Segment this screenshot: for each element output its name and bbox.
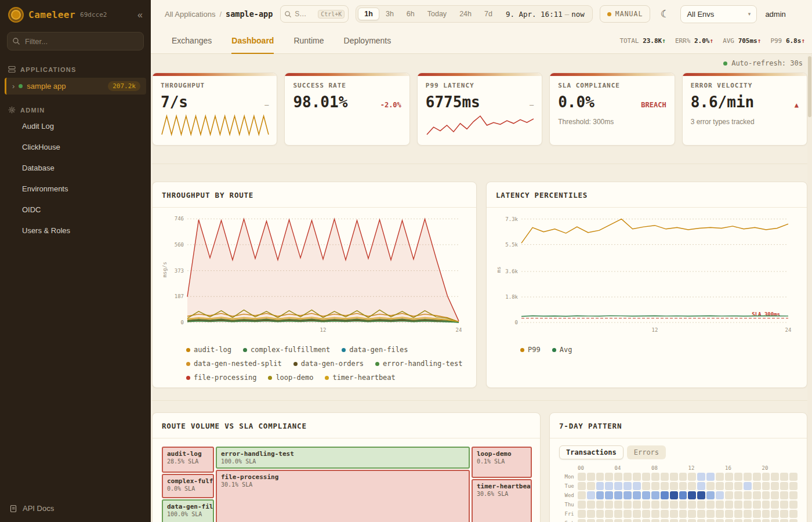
heat-cell bbox=[642, 482, 650, 490]
scrollbar-thumb[interactable] bbox=[808, 56, 811, 117]
sidebar-item-oidc[interactable]: OIDC bbox=[0, 201, 151, 219]
breadcrumb-root[interactable]: All Applications bbox=[165, 10, 215, 19]
time-range-24h[interactable]: 24h bbox=[453, 8, 478, 20]
heat-cell bbox=[670, 473, 678, 481]
treemap-cell-timer-heartbeat[interactable]: timer-heartbeat30.6% SLA bbox=[472, 479, 532, 522]
charts-row: THROUGHPUT BY ROUTE 01873735607461224msg… bbox=[152, 182, 807, 388]
day-label: Fri bbox=[559, 511, 577, 517]
hour-label bbox=[716, 465, 724, 471]
heat-cell bbox=[614, 473, 622, 481]
legend-item-file-processing[interactable]: file-processing bbox=[186, 374, 256, 382]
treemap-cell-audit-log[interactable]: audit-log28.5% SLA bbox=[162, 447, 214, 473]
heat-cell bbox=[605, 510, 613, 518]
heat-cell bbox=[753, 491, 761, 499]
heat-cell bbox=[789, 473, 798, 481]
heat-cell bbox=[679, 519, 687, 522]
time-range-1h[interactable]: 1h bbox=[358, 8, 379, 20]
kpi-value-row: 7/s– bbox=[161, 93, 269, 111]
heat-cell bbox=[642, 501, 650, 509]
heat-cell bbox=[716, 519, 724, 522]
manual-refresh-button[interactable]: MANUAL bbox=[600, 5, 651, 23]
legend-item-audit-log[interactable]: audit-log bbox=[186, 346, 231, 354]
toggle-transactions[interactable]: Transactions bbox=[559, 445, 624, 459]
dark-mode-toggle[interactable]: ☾ bbox=[656, 5, 673, 23]
heat-cell bbox=[596, 501, 604, 509]
legend-dot bbox=[325, 376, 329, 380]
legend-item-timer-heartbeat[interactable]: timer-heartbeat bbox=[325, 374, 395, 382]
date-range[interactable]: 9. Apr. 16:11–now bbox=[506, 10, 585, 19]
heat-cell bbox=[780, 482, 788, 490]
hour-label bbox=[734, 465, 742, 471]
heat-cell bbox=[789, 501, 798, 509]
tab-deployments[interactable]: Deployments bbox=[344, 28, 392, 53]
treemap-cell-name: data-gen-files bbox=[167, 503, 209, 510]
tab-dashboard[interactable]: Dashboard bbox=[231, 28, 274, 53]
legend-item-data-gen-orders[interactable]: data-gen-orders bbox=[293, 360, 364, 368]
heat-cell bbox=[753, 473, 761, 481]
search-icon bbox=[12, 37, 20, 45]
treemap-cell-file-processing[interactable]: file-processing30.1% SLA bbox=[216, 470, 470, 522]
legend-item-try-catch-test[interactable]: try-catch-test bbox=[186, 387, 252, 388]
time-range-3h[interactable]: 3h bbox=[379, 8, 400, 20]
date-range-start: 9. Apr. 16:11 bbox=[506, 10, 563, 19]
treemap-cell-error-handling-test[interactable]: error-handling-test100.0% SLA bbox=[216, 447, 470, 469]
applications-icon bbox=[8, 66, 16, 73]
summary-stats: TOTAL 23.8K↑ERR% 2.0%↑AVG 705ms↑P99 6.8s… bbox=[619, 37, 805, 45]
tab-exchanges[interactable]: Exchanges bbox=[172, 28, 212, 53]
gear-icon bbox=[8, 106, 16, 114]
heat-cell bbox=[679, 491, 687, 499]
heat-cell bbox=[744, 491, 752, 499]
sidebar-item-database[interactable]: Database bbox=[0, 160, 151, 177]
legend-item-loop-demo[interactable]: loop-demo bbox=[268, 374, 313, 382]
heat-cell bbox=[706, 491, 715, 499]
heat-cell bbox=[716, 510, 724, 518]
kpi-value: 0.0% bbox=[558, 93, 594, 111]
env-select[interactable]: All Envs ▾ bbox=[680, 5, 757, 23]
heat-cell bbox=[697, 482, 705, 490]
api-docs-link[interactable]: API Docs bbox=[0, 495, 151, 522]
heatmap-row: Tue bbox=[559, 482, 798, 490]
legend-item-p99[interactable]: P99 bbox=[520, 346, 541, 354]
kpi-delta: – bbox=[530, 101, 534, 109]
heat-cell bbox=[780, 519, 788, 522]
sidebar-item-clickhouse[interactable]: ClickHouse bbox=[0, 139, 151, 156]
search-box[interactable]: S… Ctrl+K bbox=[280, 5, 349, 23]
sidebar-item-sample-app[interactable]: › sample app 207.2k bbox=[5, 78, 146, 95]
scrollbar[interactable] bbox=[807, 55, 812, 522]
legend-label: data-gen-orders bbox=[301, 360, 364, 368]
legend-item-data-gen-files[interactable]: data-gen-files bbox=[342, 346, 408, 354]
user-name[interactable]: admin bbox=[765, 10, 785, 19]
legend-label: audit-log bbox=[194, 346, 231, 354]
sidebar-item-audit-log[interactable]: Audit Log bbox=[0, 118, 151, 135]
stat-value: 23.8K bbox=[643, 37, 662, 45]
app-name: Cameleer bbox=[28, 9, 75, 20]
toggle-errors[interactable]: Errors bbox=[627, 445, 666, 459]
tab-runtime[interactable]: Runtime bbox=[293, 28, 324, 53]
sidebar-item-users-roles[interactable]: Users & Roles bbox=[0, 222, 151, 240]
sidebar-item-environments[interactable]: Environments bbox=[0, 180, 151, 198]
hour-label: 04 bbox=[615, 465, 623, 471]
legend-item-avg[interactable]: Avg bbox=[552, 346, 572, 354]
heat-cell bbox=[670, 510, 678, 518]
sidebar-collapse-icon[interactable]: « bbox=[137, 10, 143, 20]
legend-item-complex-fulfillment[interactable]: complex-fulfillment bbox=[243, 346, 330, 354]
legend-item-data-gen-nested-split[interactable]: data-gen-nested-split bbox=[186, 360, 282, 368]
svg-text:560: 560 bbox=[175, 242, 184, 248]
hour-label bbox=[679, 465, 687, 471]
time-range-6h[interactable]: 6h bbox=[400, 8, 421, 20]
legend-dot bbox=[293, 362, 298, 366]
treemap-cell-name: audit-log bbox=[167, 450, 209, 458]
treemap-cell-data-gen-files[interactable]: data-gen-files100.0% SLA bbox=[162, 499, 214, 522]
filter-input[interactable] bbox=[7, 32, 144, 50]
treemap-cell-loop-demo[interactable]: loop-demo0.1% SLA bbox=[472, 447, 532, 478]
heat-cell bbox=[633, 519, 641, 522]
legend-item-error-handling-test[interactable]: error-handling-test bbox=[375, 360, 462, 368]
time-range-group: 1h3h6hToday24h7d 9. Apr. 16:11–now bbox=[356, 5, 592, 23]
app-logo bbox=[8, 7, 24, 23]
latency-legend: P99Avg bbox=[487, 339, 807, 354]
time-range-7d[interactable]: 7d bbox=[478, 8, 499, 20]
time-range-today[interactable]: Today bbox=[421, 8, 453, 20]
kpi-delta: -2.0% bbox=[380, 101, 401, 109]
kpi-body: THROUGHPUT7/s– bbox=[153, 76, 277, 140]
treemap-cell-complex-fulfil[interactable]: complex-fulfil…0.0% SLA bbox=[162, 474, 214, 498]
